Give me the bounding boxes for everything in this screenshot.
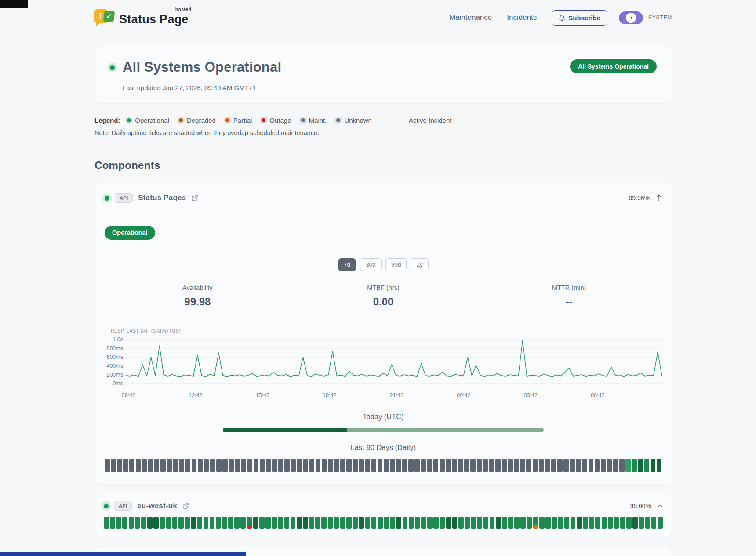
external-link-icon[interactable] bbox=[191, 194, 198, 201]
uptime-tick[interactable] bbox=[167, 459, 172, 472]
uptime-tick[interactable] bbox=[427, 517, 433, 529]
uptime-tick[interactable] bbox=[489, 459, 494, 472]
uptime-tick[interactable] bbox=[496, 517, 501, 529]
external-link-icon[interactable] bbox=[182, 503, 189, 509]
uptime-tick[interactable] bbox=[116, 517, 121, 529]
uptime-tick[interactable] bbox=[142, 459, 147, 472]
uptime-tick[interactable] bbox=[148, 459, 153, 472]
uptime-tick[interactable] bbox=[452, 517, 458, 529]
uptime-tick[interactable] bbox=[440, 517, 445, 529]
uptime-tick[interactable] bbox=[192, 459, 197, 472]
nav-maintenance[interactable]: Maintenance bbox=[449, 13, 492, 22]
uptime-tick[interactable] bbox=[191, 517, 196, 529]
uptime-tick[interactable] bbox=[260, 459, 265, 472]
uptime-tick[interactable] bbox=[551, 459, 556, 472]
uptime-tick[interactable] bbox=[111, 459, 116, 472]
uptime-tick[interactable] bbox=[210, 459, 215, 472]
uptime-tick[interactable] bbox=[564, 517, 570, 529]
uptime-tick[interactable] bbox=[658, 517, 663, 529]
uptime-tick[interactable] bbox=[278, 459, 284, 472]
uptime-tick[interactable] bbox=[607, 459, 612, 472]
uptime-tick[interactable] bbox=[608, 517, 613, 529]
uptime-tick[interactable] bbox=[272, 459, 277, 472]
uptime-tick[interactable] bbox=[359, 517, 364, 529]
uptime-tick[interactable] bbox=[539, 459, 544, 472]
uptime-tick[interactable] bbox=[396, 517, 401, 529]
uptime-tick[interactable] bbox=[446, 517, 451, 529]
uptime-tick[interactable] bbox=[651, 517, 657, 529]
uptime-tick[interactable] bbox=[129, 459, 134, 472]
uptime-tick[interactable] bbox=[378, 517, 383, 529]
uptime-tick[interactable] bbox=[571, 517, 576, 529]
uptime-tick[interactable] bbox=[639, 517, 644, 529]
uptime-tick[interactable] bbox=[340, 459, 345, 472]
uptime-tick[interactable] bbox=[558, 517, 563, 529]
uptime-tick[interactable] bbox=[334, 517, 339, 529]
uptime-tick[interactable] bbox=[427, 459, 433, 472]
uptime-tick[interactable] bbox=[316, 459, 321, 472]
uptime-tick[interactable] bbox=[533, 517, 538, 529]
uptime-tick[interactable] bbox=[197, 517, 202, 529]
uptime-tick[interactable] bbox=[433, 459, 439, 472]
uptime-tick[interactable] bbox=[353, 459, 358, 472]
uptime-tick[interactable] bbox=[483, 459, 488, 472]
uptime-tick[interactable] bbox=[110, 517, 115, 529]
uptime-tick[interactable] bbox=[638, 459, 643, 472]
uptime-tick[interactable] bbox=[520, 517, 526, 529]
uptime-tick[interactable] bbox=[266, 459, 271, 472]
uptime-tick[interactable] bbox=[153, 517, 159, 529]
range-button-90d[interactable]: 90d bbox=[385, 258, 407, 271]
uptime-tick[interactable] bbox=[185, 517, 190, 529]
uptime-tick[interactable] bbox=[234, 517, 240, 529]
uptime-tick[interactable] bbox=[315, 517, 320, 529]
uptime-tick[interactable] bbox=[408, 459, 414, 472]
uptime-tick[interactable] bbox=[365, 517, 371, 529]
uptime-tick[interactable] bbox=[626, 517, 632, 529]
range-button-7d[interactable]: 7d bbox=[338, 258, 356, 271]
uptime-tick[interactable] bbox=[403, 517, 408, 529]
uptime-tick[interactable] bbox=[136, 459, 141, 472]
nav-incidents[interactable]: Incidents bbox=[507, 13, 537, 22]
uptime-tick[interactable] bbox=[160, 459, 166, 472]
uptime-tick[interactable] bbox=[415, 517, 420, 529]
uptime-tick[interactable] bbox=[595, 459, 600, 472]
uptime-tick[interactable] bbox=[247, 459, 253, 472]
uptime-tick[interactable] bbox=[297, 459, 302, 472]
uptime-tick[interactable] bbox=[632, 517, 638, 529]
uptime-tick[interactable] bbox=[247, 517, 252, 529]
uptime-tick[interactable] bbox=[104, 517, 109, 529]
uptime-tick[interactable] bbox=[545, 459, 550, 472]
uptime-tick[interactable] bbox=[259, 517, 265, 529]
uptime-tick[interactable] bbox=[421, 517, 426, 529]
chevron-up-icon[interactable] bbox=[657, 504, 663, 508]
uptime-tick[interactable] bbox=[371, 459, 377, 472]
uptime-tick[interactable] bbox=[204, 459, 209, 472]
uptime-tick[interactable] bbox=[135, 517, 140, 529]
uptime-tick[interactable] bbox=[166, 517, 171, 529]
uptime-tick[interactable] bbox=[129, 517, 134, 529]
uptime-tick[interactable] bbox=[508, 459, 513, 472]
uptime-tick[interactable] bbox=[645, 517, 651, 529]
uptime-tick[interactable] bbox=[527, 517, 532, 529]
uptime-tick[interactable] bbox=[105, 459, 110, 472]
uptime-tick[interactable] bbox=[602, 517, 607, 529]
uptime-tick[interactable] bbox=[353, 517, 358, 529]
uptime-tick[interactable] bbox=[589, 517, 594, 529]
uptime-tick[interactable] bbox=[378, 459, 383, 472]
uptime-tick[interactable] bbox=[557, 459, 563, 472]
uptime-tick[interactable] bbox=[172, 517, 178, 529]
uptime-tick[interactable] bbox=[371, 517, 377, 529]
uptime-tick[interactable] bbox=[284, 517, 290, 529]
uptime-tick[interactable] bbox=[390, 517, 395, 529]
uptime-tick[interactable] bbox=[619, 459, 625, 472]
uptime-tick[interactable] bbox=[483, 517, 489, 529]
uptime-tick[interactable] bbox=[440, 459, 445, 472]
uptime-tick[interactable] bbox=[458, 459, 463, 472]
uptime-tick[interactable] bbox=[651, 459, 656, 472]
uptime-tick[interactable] bbox=[222, 517, 227, 529]
uptime-tick[interactable] bbox=[402, 459, 407, 472]
uptime-tick[interactable] bbox=[154, 459, 160, 472]
uptime-tick[interactable] bbox=[421, 459, 426, 472]
uptime-tick[interactable] bbox=[502, 517, 507, 529]
uptime-tick[interactable] bbox=[465, 517, 470, 529]
